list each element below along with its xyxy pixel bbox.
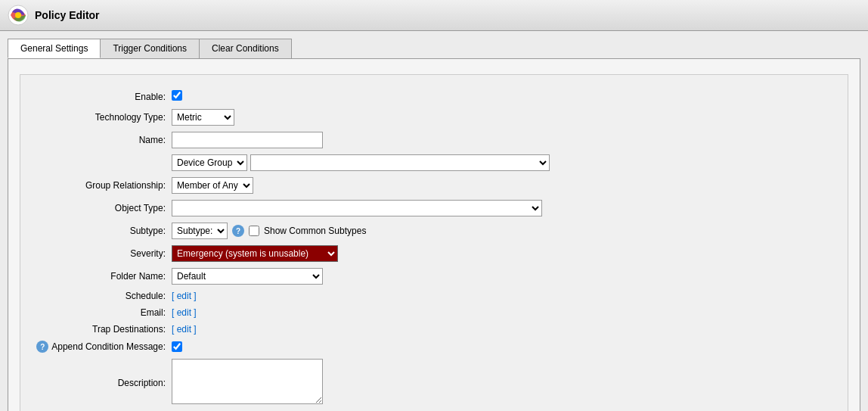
enable-label: Enable: [36, 92, 172, 102]
subtype-help-icon[interactable]: ? [232, 225, 244, 237]
app-title: Policy Editor [35, 9, 100, 21]
group-relationship-control: Member of Any Member of All Not Member o… [172, 177, 550, 194]
append-condition-row: ? Append Condition Message: [36, 341, 832, 353]
technology-type-select[interactable]: Metric Event Availability [172, 109, 234, 126]
append-condition-label-group: ? Append Condition Message: [36, 341, 172, 353]
severity-control: Emergency (system is unusable) Alert (ac… [172, 245, 550, 262]
title-bar: Policy Editor [0, 0, 868, 31]
device-group-type-select[interactable]: Device Group: [172, 154, 247, 171]
object-type-label: Object Type: [36, 203, 172, 213]
name-label: Name: [36, 135, 172, 145]
form-panel: Enable: Technology Type: Metric Event Av… [20, 74, 848, 411]
trap-destinations-control: [ edit ] [172, 324, 550, 335]
schedule-label: Schedule: [36, 291, 172, 301]
trap-edit-link[interactable]: [ edit ] [172, 324, 197, 335]
severity-label: Severity: [36, 248, 172, 259]
name-row: Name: [36, 132, 832, 148]
show-common-subtypes-label: Show Common Subtypes [264, 226, 366, 236]
subtype-label: Subtype: [36, 226, 172, 236]
folder-name-control: Default [172, 268, 550, 285]
severity-select[interactable]: Emergency (system is unusable) Alert (ac… [172, 245, 338, 262]
subtype-row: Subtype: Subtype: ? Show Common Subtypes [36, 223, 832, 239]
app-logo [8, 5, 29, 26]
group-relationship-select[interactable]: Member of Any Member of All Not Member o… [172, 177, 253, 194]
schedule-edit-link[interactable]: [ edit ] [172, 291, 197, 301]
tabs-container: General Settings Trigger Conditions Clea… [8, 39, 860, 58]
email-edit-link[interactable]: [ edit ] [172, 307, 197, 318]
schedule-row: Schedule: [ edit ] [36, 291, 832, 301]
description-row: Description: [36, 359, 832, 406]
tab-clear-conditions[interactable]: Clear Conditions [200, 39, 292, 58]
name-control [172, 132, 550, 148]
tab-trigger-conditions[interactable]: Trigger Conditions [101, 39, 200, 58]
append-condition-help-icon[interactable]: ? [36, 341, 48, 353]
device-group-row: Device Group: [36, 154, 832, 171]
tab-general-settings[interactable]: General Settings [8, 39, 101, 58]
trap-destinations-label: Trap Destinations: [36, 324, 172, 335]
email-row: Email: [ edit ] [36, 307, 832, 318]
description-control [172, 359, 550, 406]
object-type-select[interactable] [172, 200, 542, 216]
schedule-control: [ edit ] [172, 291, 550, 301]
subtype-select[interactable]: Subtype: [172, 223, 228, 239]
object-type-row: Object Type: [36, 200, 832, 216]
enable-row: Enable: [36, 90, 832, 103]
technology-type-label: Technology Type: [36, 112, 172, 123]
email-label: Email: [36, 307, 172, 318]
append-condition-label: Append Condition Message: [51, 341, 166, 352]
append-condition-control [172, 341, 550, 352]
severity-row: Severity: Emergency (system is unusable)… [36, 245, 832, 262]
technology-type-row: Technology Type: Metric Event Availabili… [36, 109, 832, 126]
enable-checkbox[interactable] [172, 90, 182, 101]
group-relationship-row: Group Relationship: Member of Any Member… [36, 177, 832, 194]
append-condition-checkbox[interactable] [172, 341, 182, 352]
enable-control [172, 90, 550, 103]
group-relationship-label: Group Relationship: [36, 180, 172, 191]
technology-type-control: Metric Event Availability [172, 109, 550, 126]
device-group-value-select[interactable] [250, 154, 550, 171]
folder-name-select[interactable]: Default [172, 268, 323, 285]
main-content: General Settings Trigger Conditions Clea… [0, 31, 868, 411]
trap-destinations-row: Trap Destinations: [ edit ] [36, 324, 832, 335]
email-control: [ edit ] [172, 307, 550, 318]
tab-content-general: Enable: Technology Type: Metric Event Av… [8, 58, 860, 411]
object-type-control [172, 200, 550, 216]
subtype-control: Subtype: ? Show Common Subtypes [172, 223, 550, 239]
folder-name-label: Folder Name: [36, 271, 172, 282]
device-group-control: Device Group: [172, 154, 550, 171]
show-common-subtypes-checkbox[interactable] [249, 226, 259, 236]
svg-point-1 [15, 12, 21, 18]
description-label: Description: [36, 378, 172, 388]
description-textarea[interactable] [172, 359, 323, 404]
name-input[interactable] [172, 132, 323, 148]
folder-name-row: Folder Name: Default [36, 268, 832, 285]
